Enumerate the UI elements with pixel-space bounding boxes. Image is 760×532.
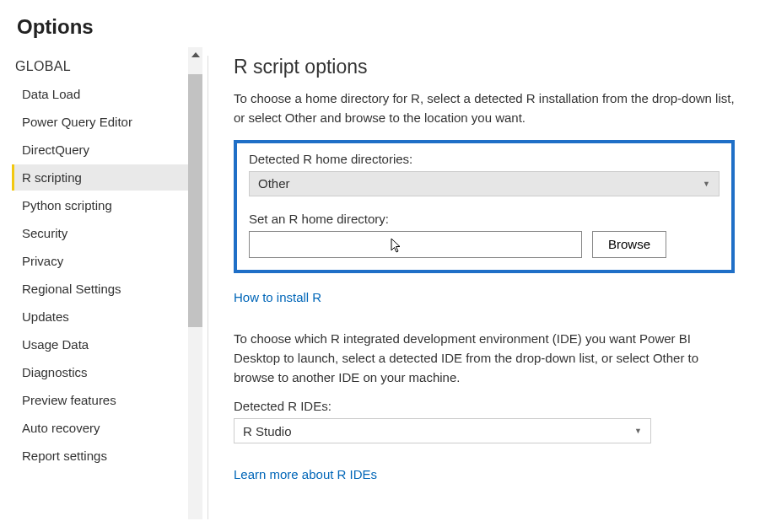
how-to-install-link[interactable]: How to install R (234, 290, 321, 304)
sidebar-item-privacy[interactable]: Privacy (12, 248, 202, 274)
sidebar-item-regional-settings[interactable]: Regional Settings (12, 276, 202, 302)
detected-home-dropdown[interactable]: Other ▼ (249, 171, 720, 196)
learn-more-ide-link[interactable]: Learn more about R IDEs (234, 467, 377, 481)
sidebar-item-usage-data[interactable]: Usage Data (12, 331, 202, 357)
sidebar-nav-list: Data Load Power Query Editor DirectQuery… (12, 81, 202, 469)
sidebar-item-power-query-editor[interactable]: Power Query Editor (12, 109, 202, 135)
page-title: Options (0, 0, 760, 47)
sidebar-item-data-load[interactable]: Data Load (12, 81, 202, 107)
sidebar-item-report-settings[interactable]: Report settings (12, 443, 202, 469)
set-home-label: Set an R home directory: (249, 212, 720, 226)
sidebar-section-global: GLOBAL (12, 47, 202, 81)
detected-home-value: Other (258, 176, 290, 191)
sidebar-item-directquery[interactable]: DirectQuery (12, 137, 202, 163)
sidebar-item-auto-recovery[interactable]: Auto recovery (12, 415, 202, 441)
scroll-up-icon[interactable] (188, 47, 202, 62)
highlighted-section: Detected R home directories: Other ▼ Set… (234, 140, 735, 273)
sidebar-item-updates[interactable]: Updates (12, 304, 202, 330)
sidebar-item-r-scripting[interactable]: R scripting (12, 164, 202, 191)
home-directory-input[interactable] (249, 231, 582, 258)
sidebar: GLOBAL Data Load Power Query Editor Dire… (0, 47, 202, 519)
detected-ide-label: Detected R IDEs: (234, 399, 735, 413)
browse-button[interactable]: Browse (592, 231, 666, 258)
chevron-down-icon: ▼ (703, 180, 710, 188)
sidebar-item-diagnostics[interactable]: Diagnostics (12, 359, 202, 385)
scrollbar-thumb[interactable] (188, 74, 202, 327)
sidebar-item-python-scripting[interactable]: Python scripting (12, 192, 202, 218)
main-panel: R script options To choose a home direct… (208, 47, 760, 519)
ide-description: To choose which R integrated development… (234, 329, 735, 388)
detected-ide-value: R Studio (243, 424, 292, 438)
detected-home-label: Detected R home directories: (249, 152, 720, 166)
sidebar-item-preview-features[interactable]: Preview features (12, 387, 202, 413)
detected-ide-dropdown[interactable]: R Studio ▼ (234, 418, 651, 443)
chevron-down-icon: ▼ (634, 427, 642, 435)
sidebar-item-security[interactable]: Security (12, 220, 202, 246)
main-title: R script options (234, 56, 735, 78)
scrollbar-track[interactable] (188, 47, 202, 519)
home-description: To choose a home directory for R, select… (234, 89, 735, 128)
